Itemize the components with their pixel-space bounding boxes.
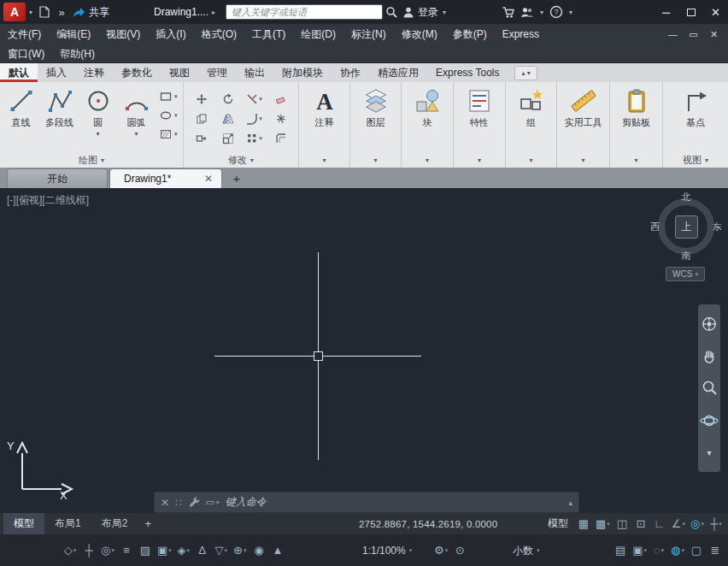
ribbon-tab[interactable]: 协作: [332, 63, 369, 82]
community-people-icon[interactable]: [518, 3, 537, 21]
trim-tool-button[interactable]: ▾: [243, 91, 266, 107]
file-tab-close-icon[interactable]: ✕: [204, 173, 213, 185]
selection-cycling-icon[interactable]: ▣▾: [156, 541, 173, 560]
ellipse-caret-icon[interactable]: ▾: [174, 112, 178, 119]
search-icon[interactable]: [383, 3, 400, 21]
menu-item[interactable]: 绘图(D): [293, 24, 343, 44]
navbar-more-caret-icon[interactable]: ▾: [700, 443, 719, 462]
ribbon-tab[interactable]: 插入: [38, 63, 75, 82]
snap-mode-icon[interactable]: ▩▾: [594, 515, 612, 534]
arc-tool-button[interactable]: 圆弧 ▾: [117, 85, 156, 152]
layout-tab[interactable]: 模型: [3, 513, 44, 534]
mirror-tool-button[interactable]: [216, 110, 239, 127]
new-drawing-tab-button[interactable]: +: [229, 170, 244, 186]
viewcube-top-face[interactable]: 上: [675, 215, 698, 239]
annotation-autoscale-icon[interactable]: ▲: [269, 541, 286, 560]
share-icon[interactable]: [70, 3, 88, 21]
properties-panel-footer[interactable]: ▾: [454, 152, 505, 168]
viewport-controls[interactable]: [-][俯视][二维线框]: [7, 193, 89, 208]
annotation-visibility-icon[interactable]: ◉: [250, 541, 267, 560]
recent-commands-icon[interactable]: ▭▾: [206, 497, 220, 508]
erase-tool-button[interactable]: [269, 91, 292, 107]
polar-tracking-icon[interactable]: ∠▾: [670, 515, 687, 534]
file-tab-start[interactable]: 开始: [7, 168, 108, 188]
ribbon-tab[interactable]: 默认: [0, 63, 38, 82]
move-tool-button[interactable]: [190, 91, 213, 107]
viewcube-north-label[interactable]: 北: [682, 191, 691, 203]
basepoint-button[interactable]: 基点: [677, 85, 715, 152]
modify-panel-footer[interactable]: 修改 ▾: [184, 152, 298, 168]
isometric-drafting-icon[interactable]: ◇▾: [62, 541, 79, 560]
2d-object-snap-icon[interactable]: ◎▾: [99, 541, 116, 560]
minimize-button[interactable]: ─: [654, 0, 678, 24]
menu-item[interactable]: 编辑(E): [49, 24, 98, 44]
group-button[interactable]: 组: [512, 85, 550, 152]
ortho-mode-icon[interactable]: ∟: [651, 515, 668, 534]
view-panel-footer[interactable]: 视图 ▾: [663, 152, 728, 168]
scale-tool-button[interactable]: [216, 130, 239, 146]
app-menu-caret-icon[interactable]: ▾: [26, 9, 36, 16]
hatch-tool-button[interactable]: ▾: [158, 127, 178, 141]
doc-minimize-button[interactable]: —: [664, 27, 682, 42]
annotate-button[interactable]: A 注释: [305, 85, 343, 152]
annotation-monitor-icon[interactable]: ⊙: [451, 541, 468, 560]
fillet-tool-button[interactable]: ▾: [243, 110, 266, 127]
command-line[interactable]: ✕ ∷ ▭▾ 键入命令 ▴: [154, 492, 579, 513]
menu-item[interactable]: 标注(N): [343, 24, 394, 44]
circle-tool-button[interactable]: 圆 ▾: [79, 85, 117, 152]
menu-item[interactable]: 参数(P): [445, 24, 495, 44]
layers-button[interactable]: 图层: [356, 85, 395, 152]
menu-item[interactable]: 帮助(H): [52, 44, 103, 63]
navigation-wheel-icon[interactable]: [700, 315, 719, 333]
clipboard-button[interactable]: 剪贴板: [614, 85, 659, 152]
sign-in-caret-icon[interactable]: ▾: [439, 9, 449, 16]
menu-item[interactable]: Express: [495, 24, 547, 44]
model-space-toggle[interactable]: 模型: [543, 516, 572, 531]
utilities-button[interactable]: 实用工具: [560, 85, 608, 152]
help-search-input[interactable]: [226, 4, 383, 20]
clipboard-panel-footer[interactable]: ▾: [610, 152, 662, 168]
rotate-tool-button[interactable]: [216, 91, 239, 107]
graphics-performance-icon[interactable]: ◍▾: [669, 541, 686, 560]
drawing-canvas[interactable]: [-][俯视][二维线框] 北 南 西 东 上 WCS ▾: [0, 188, 728, 513]
lineweight-icon[interactable]: ≡: [118, 541, 135, 560]
file-tab-drawing1[interactable]: Drawing1* ✕: [109, 168, 222, 188]
app-logo-icon[interactable]: A: [3, 3, 26, 21]
fillet-caret-icon[interactable]: ▾: [259, 115, 262, 122]
object-snap-tracking-icon[interactable]: ┼: [80, 541, 97, 560]
annotation-scale-button[interactable]: 1:1/100% ▾: [362, 545, 412, 557]
layers-panel-footer[interactable]: ▾: [350, 152, 401, 168]
units-button[interactable]: 小数 ▾: [513, 543, 540, 557]
maximize-button[interactable]: [678, 0, 703, 24]
properties-button[interactable]: 特性: [461, 85, 499, 152]
quick-properties-icon[interactable]: ▤: [612, 541, 629, 560]
menu-item[interactable]: 插入(I): [148, 24, 193, 44]
viewcube-east-label[interactable]: 东: [713, 221, 722, 233]
workspace-switching-icon[interactable]: ⚙▾: [432, 541, 449, 560]
utilities-panel-footer[interactable]: ▾: [557, 152, 609, 168]
dynamic-input-icon[interactable]: ⊡: [632, 515, 649, 534]
grid-display-icon[interactable]: ▦: [575, 515, 592, 534]
command-close-icon[interactable]: ✕: [161, 497, 169, 509]
layout-tab[interactable]: 布局2: [91, 513, 138, 534]
infer-constraints-icon[interactable]: ◫: [614, 515, 631, 534]
doc-close-button[interactable]: ✕: [705, 27, 723, 42]
viewcube-south-label[interactable]: 南: [682, 250, 691, 262]
community-caret-icon[interactable]: ▾: [537, 9, 547, 16]
menu-item[interactable]: 视图(V): [98, 24, 148, 44]
annotate-panel-footer[interactable]: ▾: [299, 152, 349, 168]
group-panel-footer[interactable]: ▾: [506, 152, 556, 168]
share-label[interactable]: 共享: [89, 5, 109, 20]
layout-tab[interactable]: 布局1: [44, 513, 91, 534]
menu-item[interactable]: 修改(M): [394, 24, 445, 44]
polyline-tool-button[interactable]: 多段线: [40, 85, 79, 152]
app-store-cart-icon[interactable]: [499, 3, 518, 21]
command-history-expand-icon[interactable]: ▴: [568, 498, 572, 507]
array-caret-icon[interactable]: ▾: [259, 135, 262, 142]
selection-filtering-icon[interactable]: ▽▾: [213, 541, 230, 560]
copy-tool-button[interactable]: [190, 110, 213, 127]
hatch-caret-icon[interactable]: ▾: [174, 131, 178, 138]
arc-dropdown-caret-icon[interactable]: ▾: [134, 130, 138, 138]
stretch-tool-button[interactable]: [190, 130, 213, 146]
ribbon-tab[interactable]: 附加模块: [273, 63, 332, 82]
